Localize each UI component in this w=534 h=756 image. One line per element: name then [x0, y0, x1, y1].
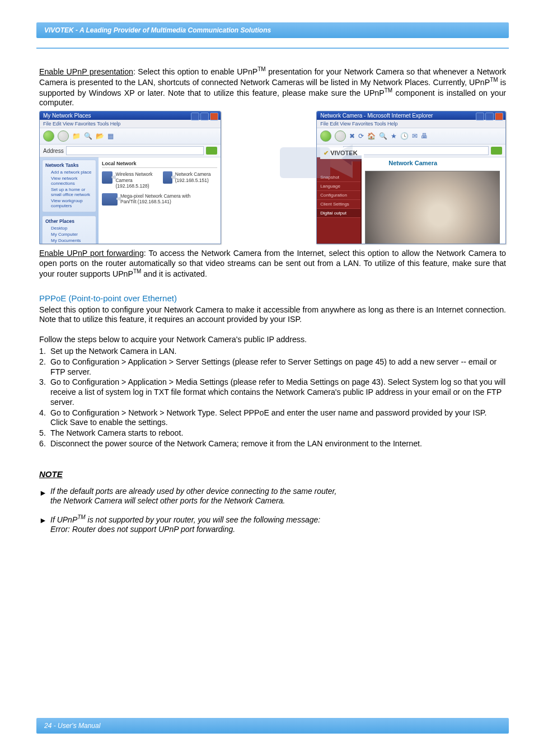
header-rule: [36, 48, 509, 49]
search-icon[interactable]: 🔍: [84, 132, 92, 140]
search-icon[interactable]: 🔍: [379, 132, 387, 140]
ordered-steps: 1.Set up the Network Camera in LAN. 2.Go…: [39, 347, 506, 449]
sidebar-item[interactable]: Digital output: [317, 209, 360, 218]
footer-text: 24 - User's Manual: [44, 722, 100, 730]
titlebar[interactable]: My Network Places: [40, 111, 221, 120]
close-button[interactable]: [210, 113, 218, 120]
step-item: 2.Go to Configuration > Application > Se…: [39, 357, 506, 377]
favorites-icon[interactable]: ★: [391, 132, 397, 140]
window-body: Network Tasks Add a network place View n…: [40, 157, 221, 244]
heading-pppoe: PPPoE (Point-to-point over Ethernet): [39, 293, 506, 303]
mail-icon[interactable]: ✉: [412, 132, 418, 140]
forward-icon[interactable]: [58, 130, 69, 142]
folders-icon[interactable]: 📂: [96, 132, 104, 140]
camera-label: Network Camera (192.168.5.151): [175, 171, 217, 189]
task-icon: [45, 170, 49, 174]
svg-rect-0: [280, 147, 330, 178]
task-icon: [45, 198, 49, 202]
step-item: 5.The Network Camera starts to reboot.: [39, 428, 506, 438]
menu-bar[interactable]: File Edit View Favorites Tools Help: [317, 120, 505, 128]
history-icon[interactable]: 🕓: [400, 132, 409, 140]
print-icon[interactable]: 🖶: [421, 132, 428, 140]
go-button[interactable]: [206, 147, 217, 155]
minimize-button[interactable]: [476, 113, 484, 120]
place-link[interactable]: My Documents: [51, 238, 93, 243]
screenshot-row: My Network Places File Edit View Favorit…: [39, 111, 506, 244]
camera-row: Mega-pixel Network Camera withPan/Tilt (…: [102, 193, 217, 206]
task-icon: [45, 187, 49, 191]
back-icon[interactable]: [43, 130, 54, 142]
page-title: Network Camera: [388, 160, 437, 166]
step-item: 6.Disconnect the power source of the Net…: [39, 439, 506, 449]
step-item: 1.Set up the Network Camera in LAN.: [39, 347, 506, 357]
sidebar-item[interactable]: Configuration: [317, 191, 360, 200]
arrow-camera-icon: [274, 133, 364, 189]
task-link[interactable]: Add a network place: [51, 170, 93, 175]
panel-title: Other Places: [45, 218, 93, 224]
para-follow-steps: Follow the steps below to acquire your N…: [39, 335, 506, 344]
para-upnp-port-forwarding: Enable UPnP port forwarding: To access t…: [39, 249, 506, 279]
page: VIVOTEK - A Leading Provider of Multimed…: [0, 0, 534, 756]
task-link[interactable]: View network connections: [51, 176, 93, 186]
place-link[interactable]: My Computer: [51, 232, 93, 237]
address-label: Address: [43, 148, 64, 154]
window-title: Network Camera - Microsoft Internet Expl…: [320, 113, 433, 119]
camera-item[interactable]: Network Camera (192.168.5.151): [163, 171, 217, 189]
camera-icon: [102, 193, 118, 206]
video-viewer[interactable]: [365, 171, 500, 244]
group-title: Local Network: [102, 161, 217, 168]
toolbar: 📁 🔍 📂 ▦: [40, 128, 221, 144]
views-icon[interactable]: ▦: [107, 132, 114, 140]
step-item: 3.Go to Configuration > Application > Me…: [39, 377, 506, 407]
camera-item[interactable]: Wireless Network Camera(192.168.5.128): [102, 171, 154, 189]
arrow-icon: ►: [39, 488, 47, 498]
main-area: Network Camera: [362, 157, 505, 244]
lead-upnp-port-forwarding: Enable UPnP port forwarding: [39, 249, 144, 258]
place-link[interactable]: Desktop: [51, 226, 93, 231]
camera-item[interactable]: Mega-pixel Network Camera withPan/Tilt (…: [102, 193, 190, 206]
minimize-button[interactable]: [191, 113, 199, 120]
note-item: ► If the default ports are already used …: [39, 487, 506, 506]
camera-label: Mega-pixel Network Camera withPan/Tilt (…: [120, 193, 190, 206]
panel-title: Network Tasks: [45, 162, 93, 168]
window-title: My Network Places: [43, 113, 91, 119]
titlebar[interactable]: Network Camera - Microsoft Internet Expl…: [317, 111, 505, 120]
close-button[interactable]: [495, 113, 503, 120]
home-icon[interactable]: 🏠: [367, 132, 376, 140]
task-link[interactable]: View workgroup computers: [51, 198, 93, 208]
go-button[interactable]: [491, 147, 502, 155]
header-bar: VIVOTEK - A Leading Provider of Multimed…: [36, 22, 509, 38]
maximize-button[interactable]: [200, 113, 209, 120]
maximize-button[interactable]: [485, 113, 494, 120]
camera-icon: [102, 171, 113, 184]
content: Enable UPnP presentation: Select this op…: [39, 66, 506, 542]
window-buttons: [476, 113, 503, 120]
heading-note: NOTE: [39, 469, 506, 479]
header-title: VIVOTEK - A Leading Provider of Multimed…: [44, 26, 271, 34]
panel-other-places: Other Places Desktop My Computer My Docu…: [42, 216, 96, 244]
address-dropdown[interactable]: [343, 146, 489, 155]
address-dropdown[interactable]: [66, 146, 204, 155]
panel-network-tasks: Network Tasks Add a network place View n…: [42, 160, 96, 212]
camera-row: Wireless Network Camera(192.168.5.128) N…: [102, 171, 217, 189]
step-item: 4.Go to Configuration > Network > Networ…: [39, 408, 506, 428]
lead-upnp-presentation: Enable UPnP presentation: [39, 67, 133, 76]
window-my-network-places: My Network Places File Edit View Favorit…: [39, 111, 221, 244]
camera-icon: [163, 171, 172, 184]
camera-label: Wireless Network Camera(192.168.5.128): [115, 171, 154, 189]
sidebar-item[interactable]: Client Settings: [317, 200, 360, 209]
menu-bar[interactable]: File Edit View Favorites Tools Help: [40, 120, 221, 128]
arrow-icon: ►: [39, 516, 47, 526]
window-buttons: [191, 113, 218, 120]
sidebar: Network Tasks Add a network place View n…: [40, 157, 99, 244]
video-frame: [366, 171, 499, 244]
para-pppoe: Select this option to configure your Net…: [39, 305, 506, 325]
task-link[interactable]: Set up a home or small office network: [51, 187, 93, 197]
up-icon[interactable]: 📁: [72, 132, 81, 140]
address-bar: Address: [40, 144, 221, 157]
task-icon: [45, 176, 49, 180]
para-upnp-presentation: Enable UPnP presentation: Select this op…: [39, 66, 506, 108]
main-area: Local Network Wireless Network Camera(19…: [99, 157, 221, 244]
footer-bar: 24 - User's Manual: [36, 718, 509, 734]
note-item: ► If UPnPTM is not supported by your rou…: [39, 514, 506, 535]
